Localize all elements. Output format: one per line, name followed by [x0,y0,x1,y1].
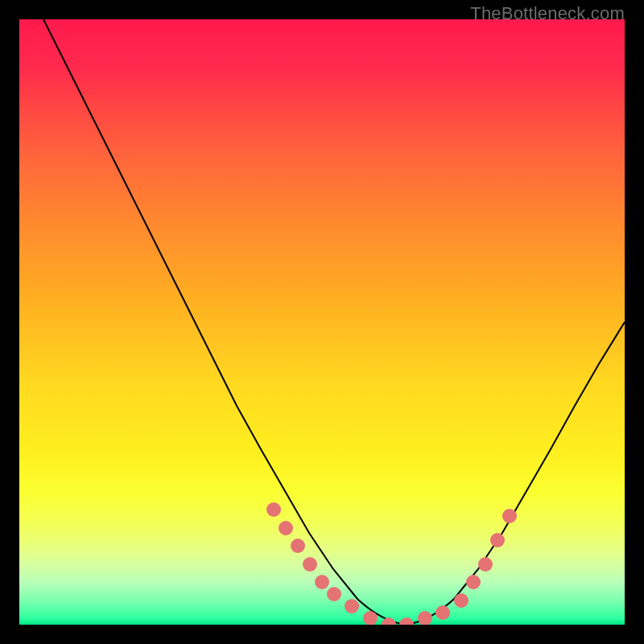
data-marker [466,575,481,589]
chart-svg [19,19,625,625]
data-marker [345,599,359,613]
data-marker [291,539,305,553]
data-marker [418,611,432,625]
data-marker [399,617,414,625]
data-marker [327,587,341,601]
data-marker [303,557,317,572]
marker-group [266,502,517,625]
data-marker [490,533,505,547]
data-marker [279,521,293,535]
data-marker [502,509,517,523]
data-marker [478,557,493,572]
chart-frame: TheBottleneck.com [0,0,644,644]
watermark-text: TheBottleneck.com [470,3,625,24]
data-marker [436,605,450,620]
data-marker [266,502,281,517]
data-marker [315,575,329,589]
data-marker [454,593,469,608]
bottleneck-curve [43,19,625,625]
